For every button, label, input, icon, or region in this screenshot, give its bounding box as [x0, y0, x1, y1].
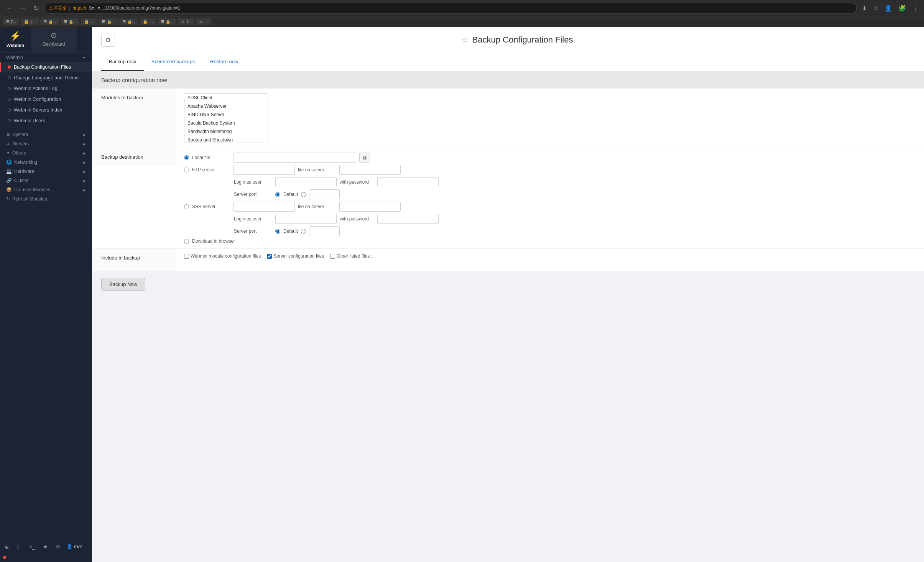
webmin-section-header[interactable]: Webmin ▼: [0, 53, 92, 62]
ftp-server-input[interactable]: [233, 165, 295, 175]
bookmark-11[interactable]: ☆...: [196, 18, 210, 25]
servers-section[interactable]: 🖧 Servers ▶: [0, 139, 92, 148]
ftp-file-on-server-label: file on server: [298, 167, 336, 173]
ssh-user-input[interactable]: [275, 214, 337, 224]
download-icon[interactable]: ⬇: [860, 3, 869, 13]
module-adsl[interactable]: ADSL Client: [184, 94, 268, 102]
include-other-checkbox[interactable]: [330, 254, 335, 259]
webmin-logo[interactable]: ⚡ Webmin: [0, 27, 31, 52]
include-server-checkbox[interactable]: [267, 254, 272, 259]
include-server-label: Server configuration files: [273, 253, 324, 259]
module-bind[interactable]: BIND DNS Server: [184, 110, 268, 119]
content-area: Backup configuration now Modules to back…: [92, 71, 924, 562]
networking-section[interactable]: 🌐 Networking ▶: [0, 157, 92, 166]
ssh-file-path-input[interactable]: [339, 202, 401, 212]
ftp-port-custom-input[interactable]: [309, 189, 340, 199]
settings-gear-button[interactable]: ⚙: [101, 33, 115, 47]
ssh-port-custom-input[interactable]: [309, 226, 340, 236]
dashboard-section[interactable]: ⊙ Dashboard: [31, 27, 77, 52]
ftp-port-default-radio[interactable]: [275, 192, 280, 197]
browser-action-buttons: ⬇ ☆ 👤 🧩 ⋮: [860, 3, 920, 13]
local-file-row: Local file ⧉: [184, 153, 916, 163]
include-other-item[interactable]: Other listed files ..: [330, 253, 373, 259]
bookmark-6[interactable]: ⊞🔒...: [99, 18, 118, 25]
moon-btn[interactable]: ☾: [15, 542, 23, 551]
bookmark-8[interactable]: 🔒...: [140, 18, 156, 25]
module-apache[interactable]: Apache Webserver: [184, 102, 268, 110]
sidebar-item-actionslog-label: Webmin Actions Log: [14, 86, 58, 91]
hardware-section[interactable]: 💻 Hardware ▶: [0, 166, 92, 176]
unused-section[interactable]: 📦 Un-used Modules ▶: [0, 185, 92, 194]
ftp-port-label: Server port: [234, 192, 272, 197]
ftp-file-path-input[interactable]: [339, 165, 401, 175]
bookmark-3[interactable]: ⊞🔒...: [40, 18, 59, 25]
menu-icon[interactable]: ⋮: [910, 3, 920, 13]
local-file-radio[interactable]: [184, 155, 189, 160]
sidebar-item-webmin-config[interactable]: Webmin Configuration: [0, 94, 92, 105]
grid-btn[interactable]: ⬙: [3, 542, 10, 551]
ssh-port-custom-radio[interactable]: [301, 229, 306, 234]
bookmark-1[interactable]: ⊞|'...: [3, 18, 19, 25]
others-section[interactable]: ✦ Others ▶: [0, 148, 92, 157]
tab-scheduled[interactable]: Scheduled backups: [144, 53, 202, 71]
cluster-section[interactable]: 🔗 Cluster ▶: [0, 176, 92, 185]
sidebar-item-backup-config[interactable]: Backup Configuration Files: [0, 62, 92, 72]
back-button[interactable]: ←: [4, 3, 15, 13]
url-bar[interactable]: ⚠ 不安全 | https:// &▾...▾...:10000/backup-…: [44, 3, 857, 13]
reload-button[interactable]: ↻: [31, 3, 41, 13]
ftp-user-input[interactable]: [275, 177, 337, 187]
sidebar-item-actions-log[interactable]: Webmin Actions Log: [0, 83, 92, 94]
include-other-label: Other listed files ..: [337, 253, 373, 259]
divider-1: [0, 128, 92, 128]
extensions-icon[interactable]: 🧩: [896, 3, 908, 13]
forward-button[interactable]: →: [18, 3, 28, 13]
ssh-server-input[interactable]: [233, 202, 295, 212]
include-webmin-checkbox[interactable]: [184, 254, 189, 259]
download-browser-radio[interactable]: [184, 239, 189, 244]
include-webmin-item[interactable]: Webmin module configuration files: [184, 253, 261, 259]
bookmarks-bar: ⊞|'... 🔒|'... ⊞🔒... ⊞🔒... 🔒... ⊞🔒... ⊞🔒.…: [0, 16, 924, 27]
bookmark-4[interactable]: ⊞🔒...: [61, 18, 79, 25]
bookmark-5[interactable]: 🔒...: [81, 18, 97, 25]
favorite-star[interactable]: ☆: [462, 35, 469, 44]
bookmark-9[interactable]: ⊞🔒...: [158, 18, 176, 25]
tab-backup-now[interactable]: Backup now: [101, 53, 144, 71]
ssh-password-input[interactable]: [377, 214, 439, 224]
bookmark-icon[interactable]: ☆: [871, 3, 880, 13]
module-bootup[interactable]: Bootup and Shutdown: [184, 136, 268, 143]
tab-restore[interactable]: Restore now: [202, 53, 246, 71]
profile-icon[interactable]: 👤: [883, 3, 894, 13]
cluster-icon: 🔗: [6, 178, 12, 183]
sidebar-item-servers-index[interactable]: Webmin Servers Index: [0, 105, 92, 115]
module-bacula[interactable]: Bacula Backup System: [184, 119, 268, 127]
dashboard-icon: ⊙: [51, 31, 57, 40]
bookmark-10[interactable]: ☆T...: [178, 18, 194, 25]
star-btn[interactable]: ★: [41, 542, 49, 551]
ftp-port-default-label: Default: [283, 192, 298, 197]
refresh-section[interactable]: ↻ Refresh Modules: [0, 194, 92, 203]
bookmark-7[interactable]: ⊞🔒...: [119, 18, 138, 25]
bookmark-2[interactable]: 🔒|'...: [21, 18, 39, 25]
ftp-server-radio[interactable]: [184, 168, 189, 173]
webmin-section-label: Webmin: [6, 55, 23, 60]
settings-btn[interactable]: ⚙: [54, 542, 62, 551]
ftp-port-custom-radio[interactable]: [301, 192, 306, 197]
ftp-password-input[interactable]: [377, 177, 439, 187]
system-section[interactable]: ⚙ System ▶: [0, 130, 92, 139]
system-chevron: ▶: [83, 133, 86, 137]
sidebar-item-webmin-users[interactable]: Webmin Users: [0, 115, 92, 126]
local-file-input[interactable]: [233, 153, 356, 163]
sidebar-item-backup-label: Backup Configuration Files: [14, 64, 71, 70]
ssh-server-radio[interactable]: [184, 204, 189, 209]
include-server-item[interactable]: Server configuration files: [267, 253, 324, 259]
ssh-server-label: SSH server: [192, 204, 230, 209]
module-bandwidth[interactable]: Bandwidth Monitoring: [184, 127, 268, 136]
refresh-icon: ↻: [6, 196, 10, 202]
sidebar-item-change-lang[interactable]: Change Language and Theme: [0, 72, 92, 83]
backup-now-button[interactable]: Backup Now: [101, 278, 145, 291]
file-copy-button[interactable]: ⧉: [359, 153, 370, 163]
ssh-port-default-radio[interactable]: [275, 229, 280, 234]
modules-select-list[interactable]: ADSL Client Apache Webserver BIND DNS Se…: [184, 93, 268, 143]
terminal-btn[interactable]: >_: [28, 542, 37, 551]
sidebar-item-changelang-label: Change Language and Theme: [14, 75, 79, 81]
